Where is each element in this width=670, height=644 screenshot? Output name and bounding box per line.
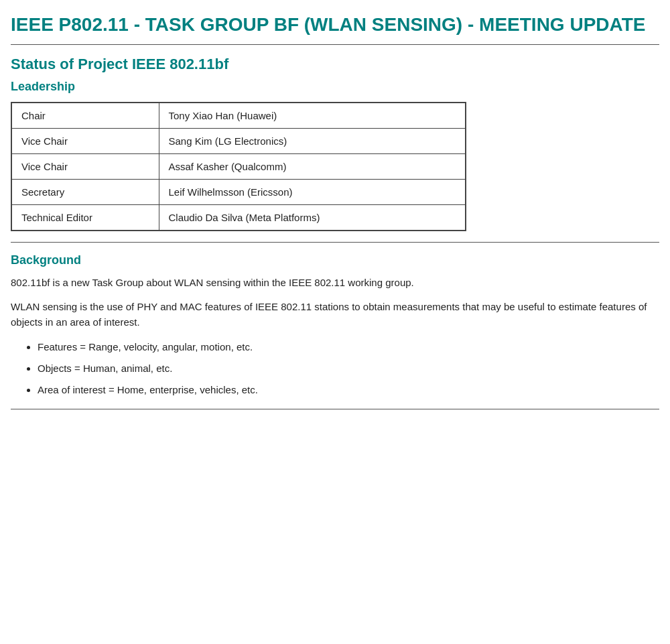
- list-item: Features = Range, velocity, angular, mot…: [38, 339, 659, 355]
- section-divider: [11, 242, 659, 243]
- name-cell: Assaf Kasher (Qualcomm): [159, 153, 466, 179]
- role-cell: Secretary: [11, 179, 159, 204]
- background-paragraph1: 802.11bf is a new Task Group about WLAN …: [11, 275, 659, 291]
- leadership-title: Leadership: [11, 80, 659, 94]
- role-cell: Technical Editor: [11, 204, 159, 231]
- name-cell: Leif Wilhelmsson (Ericsson): [159, 179, 466, 204]
- status-title: Status of Project IEEE 802.11bf: [11, 56, 659, 73]
- list-item: Area of interest = Home, enterprise, veh…: [38, 382, 659, 398]
- leadership-section: Leadership ChairTony Xiao Han (Huawei)Vi…: [11, 80, 659, 231]
- background-section: Background 802.11bf is a new Task Group …: [11, 253, 659, 399]
- table-row: ChairTony Xiao Han (Huawei): [11, 103, 466, 129]
- role-cell: Vice Chair: [11, 128, 159, 153]
- background-paragraph2: WLAN sensing is the use of PHY and MAC f…: [11, 300, 659, 330]
- bottom-divider: [11, 409, 659, 409]
- table-row: Technical EditorClaudio Da Silva (Meta P…: [11, 204, 466, 231]
- header-divider: [11, 44, 659, 45]
- table-row: Vice ChairAssaf Kasher (Qualcomm): [11, 153, 466, 179]
- leadership-table: ChairTony Xiao Han (Huawei)Vice ChairSan…: [11, 102, 466, 231]
- role-cell: Vice Chair: [11, 153, 159, 179]
- background-title: Background: [11, 253, 659, 267]
- list-item: Objects = Human, animal, etc.: [38, 361, 659, 377]
- name-cell: Sang Kim (LG Electronics): [159, 128, 466, 153]
- page-header: IEEE P802.11 - TASK GROUP BF (WLAN SENSI…: [11, 13, 659, 45]
- table-row: Vice ChairSang Kim (LG Electronics): [11, 128, 466, 153]
- status-section: Status of Project IEEE 802.11bf Leadersh…: [11, 56, 659, 410]
- background-bullet-list: Features = Range, velocity, angular, mot…: [11, 339, 659, 398]
- page-title: IEEE P802.11 - TASK GROUP BF (WLAN SENSI…: [11, 13, 659, 36]
- table-row: SecretaryLeif Wilhelmsson (Ericsson): [11, 179, 466, 204]
- name-cell: Tony Xiao Han (Huawei): [159, 103, 466, 129]
- role-cell: Chair: [11, 103, 159, 129]
- name-cell: Claudio Da Silva (Meta Platforms): [159, 204, 466, 231]
